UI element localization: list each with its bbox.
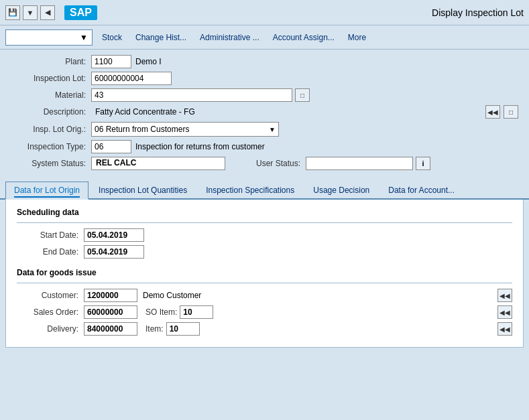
select-arrow-icon: ▼ xyxy=(269,126,276,133)
system-status-row: System Status: REL CALC User Status: i xyxy=(11,157,518,170)
description-value: Fatty Acid Concentrate - FG xyxy=(91,107,195,117)
plant-row: Plant: Demo I xyxy=(11,55,518,68)
tab-inspection-lot-quantities[interactable]: Inspection Lot Quantities xyxy=(90,182,196,198)
customer-row: Customer: Demo Customer ◀◀ xyxy=(17,289,512,302)
customer-input[interactable] xyxy=(84,289,137,302)
start-date-input[interactable] xyxy=(84,228,144,242)
sales-order-label: Sales Order: xyxy=(17,307,84,317)
delivery-search-btn[interactable]: ◀◀ xyxy=(497,322,512,336)
back-button[interactable]: ◀ xyxy=(40,5,55,20)
so-item-input[interactable] xyxy=(180,305,213,319)
plant-input[interactable] xyxy=(91,55,131,68)
delivery-label: Delivery: xyxy=(17,324,84,334)
dropdown-arrow-icon: ▼ xyxy=(80,33,88,42)
plant-desc: Demo I xyxy=(131,57,162,66)
customer-desc: Demo Customer xyxy=(137,291,245,300)
scheduling-title: Scheduling data xyxy=(17,208,512,217)
insp-lot-orig-row: Insp. Lot Orig.: 06 Return from Customer… xyxy=(11,122,518,137)
delivery-row: Delivery: Item: ◀◀ xyxy=(17,322,512,336)
inspection-lot-label: Inspection Lot: xyxy=(11,74,91,83)
description-icon2[interactable]: □ xyxy=(504,105,518,119)
end-date-label: End Date: xyxy=(17,247,84,257)
tab-usage-decision[interactable]: Usage Decision xyxy=(304,182,378,198)
user-status-label: User Status: xyxy=(225,159,306,168)
scheduling-section: Scheduling data Start Date: End Date: xyxy=(17,208,512,259)
start-date-label: Start Date: xyxy=(17,230,84,240)
user-status-input[interactable] xyxy=(306,157,413,170)
menu-change-hist[interactable]: Change Hist... xyxy=(131,31,190,44)
prev-icon[interactable]: ▼ xyxy=(23,5,38,20)
goods-divider xyxy=(17,283,512,283)
content-area: Scheduling data Start Date: End Date: Da… xyxy=(5,200,524,348)
sap-logo: SAP xyxy=(64,5,97,20)
tab-data-lot-origin[interactable]: Data for Lot Origin xyxy=(5,182,89,200)
insp-lot-orig-label: Insp. Lot Orig.: xyxy=(11,125,91,134)
inspection-type-row: Inspection Type: Inspection for returns … xyxy=(11,140,518,153)
start-date-row: Start Date: xyxy=(17,228,512,242)
menu-bar: ▼ Stock Change Hist... Administrative ..… xyxy=(0,25,529,50)
page-title: Display Inspection Lot xyxy=(432,7,524,18)
description-icon1[interactable]: ◀◀ xyxy=(485,105,500,119)
material-search-btn[interactable]: □ xyxy=(295,88,310,102)
so-item-label: SO Item: xyxy=(137,307,180,317)
system-status-label: System Status: xyxy=(11,159,91,168)
menu-account-assign[interactable]: Account Assign... xyxy=(269,31,339,44)
top-bar-left: 💾 ▼ ◀ SAP xyxy=(5,5,104,20)
tab-data-for-account[interactable]: Data for Account... xyxy=(379,182,463,198)
description-label: Description: xyxy=(11,107,91,117)
delivery-input[interactable] xyxy=(84,322,137,336)
tab-inspection-specifications[interactable]: Inspection Specifications xyxy=(197,182,303,198)
end-date-row: End Date: xyxy=(17,245,512,259)
tabs-bar: Data for Lot Origin Inspection Lot Quant… xyxy=(0,182,529,200)
goods-section: Data for goods issue Customer: Demo Cust… xyxy=(17,268,512,336)
end-date-input[interactable] xyxy=(84,245,144,259)
insp-lot-orig-value: 06 Return from Customers xyxy=(95,125,189,134)
system-status-value: REL CALC xyxy=(91,157,225,170)
customer-label: Customer: xyxy=(17,291,84,300)
sales-order-row: Sales Order: SO Item: ◀◀ xyxy=(17,305,512,319)
inspection-type-label: Inspection Type: xyxy=(11,142,91,151)
material-input[interactable] xyxy=(91,88,292,102)
material-label: Material: xyxy=(11,90,91,100)
menu-stock[interactable]: Stock xyxy=(98,31,126,44)
inspection-lot-input[interactable] xyxy=(91,72,172,85)
form-area: Plant: Demo I Inspection Lot: Material: … xyxy=(0,50,529,179)
menu-more[interactable]: More xyxy=(344,31,370,44)
sales-order-search-btn[interactable]: ◀◀ xyxy=(497,305,512,319)
item-label: Item: xyxy=(137,324,166,334)
item-input[interactable] xyxy=(166,322,200,336)
customer-search-btn[interactable]: ◀◀ xyxy=(497,289,512,302)
top-bar: 💾 ▼ ◀ SAP Display Inspection Lot xyxy=(0,0,529,25)
menu-administrative[interactable]: Administrative ... xyxy=(196,31,263,44)
material-row: Material: □ xyxy=(11,88,518,102)
inspection-lot-row: Inspection Lot: xyxy=(11,72,518,85)
inspection-type-input[interactable] xyxy=(91,140,131,153)
command-dropdown[interactable]: ▼ xyxy=(5,29,93,46)
goods-title: Data for goods issue xyxy=(17,268,512,277)
plant-label: Plant: xyxy=(11,57,91,66)
info-icon[interactable]: i xyxy=(416,157,430,170)
sales-order-input[interactable] xyxy=(84,305,137,319)
description-row: Description: Fatty Acid Concentrate - FG… xyxy=(11,105,518,119)
insp-lot-orig-select[interactable]: 06 Return from Customers ▼ xyxy=(91,122,279,137)
inspection-type-desc: Inspection for returns from customer xyxy=(131,142,265,151)
save-icon[interactable]: 💾 xyxy=(5,5,20,20)
scheduling-divider xyxy=(17,222,512,223)
